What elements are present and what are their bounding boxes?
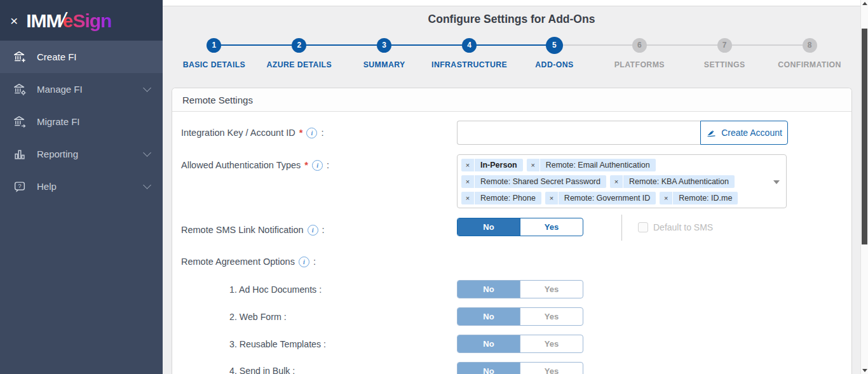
step-label: BASIC DETAILS — [183, 60, 246, 69]
page-title: Configure Settings for Add-Ons — [163, 13, 860, 26]
step-label: INFRASTRUCTURE — [431, 60, 507, 69]
signature-icon — [706, 128, 717, 138]
step-number: 8 — [803, 38, 817, 53]
svg-text:?: ? — [18, 182, 21, 189]
toggle-yes-option: Yes — [520, 335, 583, 352]
step-number: 1 — [207, 38, 221, 53]
sidebar-item-label: Reporting — [37, 149, 78, 159]
chevron-down-icon — [143, 149, 151, 157]
chip-remove-icon[interactable]: × — [461, 175, 475, 188]
sms-notification-toggle: No Yes — [457, 218, 583, 236]
chip-remove-icon[interactable]: × — [610, 175, 623, 188]
step-label: PLATFORMS — [614, 60, 665, 69]
label-colon: : — [321, 128, 323, 138]
label-text: Integration Key / Account ID — [181, 128, 295, 138]
chevron-down-icon — [143, 84, 151, 92]
chip-label: Remote: Email Authentication — [540, 159, 656, 171]
chip-label: Remote: Shared Secret Password — [475, 175, 606, 188]
bank-gear-icon — [13, 83, 27, 97]
auth-types-multiselect[interactable]: × In-Person × Remote: Email Authenticati… — [457, 154, 787, 208]
scrollbar[interactable] — [860, 0, 868, 374]
chip-remove-icon[interactable]: × — [660, 192, 673, 204]
toggle-no-option: No — [458, 281, 520, 298]
chip-remove-icon[interactable]: × — [545, 192, 559, 204]
bar-chart-icon — [13, 147, 27, 161]
app-logo: IMM/eSign — [26, 8, 111, 32]
auth-type-chip: × Remote: Government ID — [545, 192, 656, 204]
step-basic-details[interactable]: 1 BASIC DETAILS — [172, 36, 257, 76]
sidebar-item-create-fi[interactable]: Create FI — [0, 41, 163, 73]
step-number: 7 — [717, 38, 732, 53]
step-add-ons[interactable]: 5 ADD-ONS — [512, 36, 597, 76]
required-marker: * — [304, 160, 308, 170]
sidebar-item-label: Manage FI — [37, 84, 83, 95]
default-to-sms-label: Default to SMS — [653, 222, 713, 233]
step-number: 4 — [462, 38, 477, 53]
info-glyph: i — [312, 227, 314, 234]
chip-list: × In-Person × Remote: Email Authenticati… — [458, 155, 786, 208]
scroll-up-arrow-icon[interactable] — [862, 2, 867, 5]
toggle-no-option: No — [458, 335, 520, 352]
chip-remove-icon[interactable]: × — [461, 159, 475, 171]
auth-type-chip: × Remote: ID.me — [660, 192, 738, 204]
sidebar-header: × IMM/eSign — [0, 0, 163, 41]
sidebar-item-reporting[interactable]: Reporting — [0, 138, 163, 170]
create-account-label: Create Account — [721, 128, 782, 138]
step-infrastructure[interactable]: 4 INFRASTRUCTURE — [427, 36, 512, 76]
sidebar-item-migrate-fi[interactable]: Migrate FI — [0, 105, 163, 138]
step-number: 5 — [546, 37, 563, 54]
toggle-yes-option: Yes — [520, 281, 583, 298]
chip-label: In-Person — [475, 159, 523, 171]
option-label-web-form: 2. Web Form : — [229, 311, 287, 323]
info-icon[interactable]: i — [299, 257, 309, 267]
chip-label: Remote: KBA Authentication — [623, 175, 735, 188]
integration-key-group: Create Account — [457, 121, 788, 145]
help-bubble-icon: ? — [13, 180, 27, 194]
label-colon: : — [327, 160, 329, 170]
option-label-reusable-templates: 3. Reusable Templates : — [229, 338, 326, 351]
info-glyph: i — [316, 162, 318, 169]
toggle-yes-option[interactable]: Yes — [520, 218, 583, 236]
sidebar-item-label: Help — [37, 181, 57, 192]
default-to-sms-checkbox — [638, 222, 648, 232]
info-icon[interactable]: i — [306, 128, 317, 138]
step-azure-details[interactable]: 2 AZURE DETAILS — [257, 36, 342, 76]
step-number: 2 — [292, 38, 306, 53]
integration-key-input[interactable] — [457, 121, 700, 145]
sidebar-item-label: Create FI — [37, 51, 77, 62]
required-marker: * — [299, 128, 303, 138]
auth-type-chip: × In-Person — [461, 159, 523, 171]
sidebar-item-manage-fi[interactable]: Manage FI — [0, 73, 163, 105]
toggle-no-option: No — [458, 308, 520, 325]
create-account-button[interactable]: Create Account — [700, 121, 788, 145]
remote-settings-panel: Remote Settings Integration Key / Accoun… — [172, 88, 852, 374]
step-label: ADD-ONS — [535, 60, 573, 69]
panel-title: Remote Settings — [182, 95, 253, 105]
auth-type-chip: × Remote: Email Authentication — [527, 159, 656, 171]
option-label-ad-hoc-documents: 1. Ad Hoc Documents : — [229, 283, 322, 296]
toggle-no-option[interactable]: No — [458, 218, 520, 236]
sidebar-nav: Create FI Manage FI Migrate FI — [0, 41, 163, 203]
sidebar-item-help[interactable]: ? Help — [0, 170, 163, 203]
chip-remove-icon[interactable]: × — [527, 159, 540, 171]
bank-arrow-icon — [13, 115, 27, 129]
scrollbar-thumb[interactable] — [862, 29, 867, 244]
scroll-down-arrow-icon[interactable] — [862, 369, 867, 372]
toggle-yes-option: Yes — [520, 363, 583, 374]
info-icon[interactable]: i — [312, 160, 323, 171]
info-icon[interactable]: i — [308, 225, 318, 236]
auth-type-chip: × Remote: Shared Secret Password — [461, 175, 606, 188]
info-glyph: i — [303, 258, 305, 265]
label-colon: : — [322, 225, 325, 235]
option-label-send-in-bulk: 4. Send in Bulk : — [229, 364, 295, 374]
chip-label: Remote: Phone — [475, 192, 541, 204]
label-colon: : — [313, 257, 316, 267]
close-icon[interactable]: × — [10, 14, 18, 27]
chip-remove-icon[interactable]: × — [461, 192, 475, 204]
step-number: 6 — [632, 38, 647, 53]
step-summary[interactable]: 3 SUMMARY — [342, 36, 427, 76]
web-form-toggle: No Yes — [457, 307, 583, 326]
info-glyph: i — [311, 130, 313, 137]
dropdown-caret-icon[interactable] — [773, 180, 780, 184]
sidebar: × IMM/eSign Create FI Manage FI — [0, 0, 163, 374]
